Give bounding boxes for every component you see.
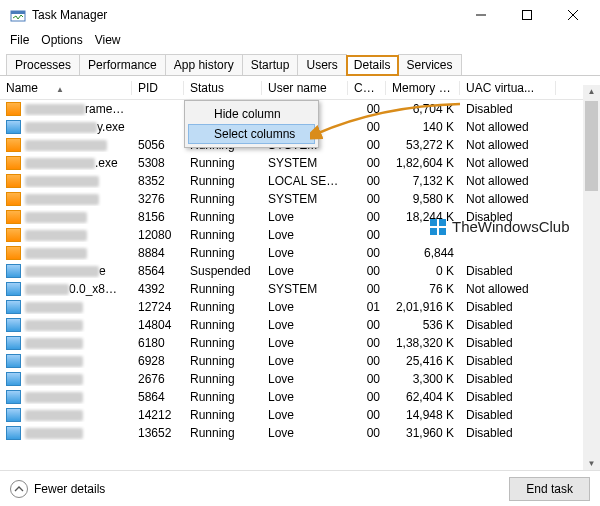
cell-memory: 3,300 K: [386, 372, 460, 386]
table-row[interactable]: 0.0_x8…4392RunningSYSTEM0076 KNot allowe…: [0, 280, 600, 298]
cell-status: Running: [184, 372, 262, 386]
cell-cpu: 00: [348, 372, 386, 386]
process-icon: [6, 138, 21, 152]
cell-uac: Disabled: [460, 336, 556, 350]
vertical-scrollbar[interactable]: ▲ ▼: [583, 85, 600, 470]
table-row[interactable]: 14212RunningLove0014,948 KDisabled: [0, 406, 600, 424]
cell-user: Love: [262, 426, 348, 440]
header-pid[interactable]: PID: [132, 81, 184, 95]
cell-cpu: 00: [348, 390, 386, 404]
header-cpu[interactable]: CPU: [348, 81, 386, 95]
cell-status: Running: [184, 426, 262, 440]
process-name-redacted: [25, 410, 83, 421]
tab-details[interactable]: Details: [346, 55, 399, 76]
cell-uac: Not allowed: [460, 282, 556, 296]
tab-processes[interactable]: Processes: [6, 54, 80, 75]
cell-pid: 8156: [132, 210, 184, 224]
svg-rect-7: [439, 219, 446, 226]
cell-memory: 25,416 K: [386, 354, 460, 368]
end-task-button[interactable]: End task: [509, 477, 590, 501]
process-icon: [6, 408, 21, 422]
annotation-arrow: [310, 96, 470, 146]
cell-cpu: 00: [348, 282, 386, 296]
table-row[interactable]: 3276RunningSYSTEM009,580 KNot allowed: [0, 190, 600, 208]
process-icon: [6, 336, 21, 350]
process-name-redacted: [25, 356, 83, 367]
table-row[interactable]: e8564SuspendedLove000 KDisabled: [0, 262, 600, 280]
task-manager-icon: [10, 7, 26, 23]
process-name-redacted: [25, 284, 69, 295]
cell-pid: 8884: [132, 246, 184, 260]
watermark-logo-icon: [430, 219, 446, 235]
tab-services[interactable]: Services: [398, 54, 462, 75]
svg-rect-9: [439, 228, 446, 235]
table-row[interactable]: 6180RunningLove001,38,320 KDisabled: [0, 334, 600, 352]
maximize-button[interactable]: [504, 0, 550, 30]
minimize-button[interactable]: [458, 0, 504, 30]
cell-memory: 9,580 K: [386, 192, 460, 206]
tab-performance[interactable]: Performance: [79, 54, 166, 75]
cell-status: Running: [184, 210, 262, 224]
header-user[interactable]: User name: [262, 81, 348, 95]
close-button[interactable]: [550, 0, 596, 30]
cell-status: Running: [184, 156, 262, 170]
cell-cpu: 00: [348, 156, 386, 170]
cell-uac: Not allowed: [460, 120, 556, 134]
cell-cpu: 00: [348, 336, 386, 350]
window-title: Task Manager: [32, 8, 107, 22]
table-row[interactable]: 5864RunningLove0062,404 KDisabled: [0, 388, 600, 406]
context-hide-column[interactable]: Hide column: [188, 104, 315, 124]
cell-user: SYSTEM: [262, 156, 348, 170]
header-name[interactable]: Name▲: [0, 81, 132, 95]
process-list[interactable]: rame…006,704 KDisabledy.exe00140 KNot al…: [0, 100, 600, 442]
cell-user: Love: [262, 408, 348, 422]
table-row[interactable]: 8884RunningLove006,844: [0, 244, 600, 262]
table-row[interactable]: 12724RunningLove012,01,916 KDisabled: [0, 298, 600, 316]
context-select-columns[interactable]: Select columns: [188, 124, 315, 144]
cell-user: Love: [262, 336, 348, 350]
tab-startup[interactable]: Startup: [242, 54, 299, 75]
cell-pid: 12080: [132, 228, 184, 242]
cell-uac: Disabled: [460, 264, 556, 278]
table-row[interactable]: 14804RunningLove00536 KDisabled: [0, 316, 600, 334]
cell-uac: Disabled: [460, 408, 556, 422]
header-memory[interactable]: Memory (a...: [386, 81, 460, 95]
scroll-up-icon[interactable]: ▲: [583, 87, 600, 96]
cell-uac: Disabled: [460, 300, 556, 314]
cell-pid: 14804: [132, 318, 184, 332]
cell-pid: 8564: [132, 264, 184, 278]
fewer-details-toggle[interactable]: Fewer details: [10, 480, 105, 498]
process-icon: [6, 264, 21, 278]
cell-memory: 7,132 K: [386, 174, 460, 188]
tab-app-history[interactable]: App history: [165, 54, 243, 75]
chevron-up-icon: [10, 480, 28, 498]
cell-status: Running: [184, 318, 262, 332]
header-status[interactable]: Status: [184, 81, 262, 95]
cell-cpu: 00: [348, 408, 386, 422]
process-name-redacted: [25, 374, 83, 385]
tab-users[interactable]: Users: [297, 54, 346, 75]
cell-user: Love: [262, 264, 348, 278]
cell-uac: Disabled: [460, 390, 556, 404]
menu-view[interactable]: View: [95, 33, 121, 47]
process-name-redacted: [25, 338, 83, 349]
cell-pid: 8352: [132, 174, 184, 188]
table-row[interactable]: 6928RunningLove0025,416 KDisabled: [0, 352, 600, 370]
cell-user: Love: [262, 300, 348, 314]
header-uac[interactable]: UAC virtua...: [460, 81, 556, 95]
menu-file[interactable]: File: [10, 33, 29, 47]
cell-pid: 6180: [132, 336, 184, 350]
cell-pid: 3276: [132, 192, 184, 206]
table-row[interactable]: 2676RunningLove003,300 KDisabled: [0, 370, 600, 388]
cell-user: Love: [262, 372, 348, 386]
table-row[interactable]: .exe5308RunningSYSTEM001,82,604 KNot all…: [0, 154, 600, 172]
process-icon: [6, 282, 21, 296]
scroll-down-icon[interactable]: ▼: [583, 459, 600, 468]
menu-options[interactable]: Options: [41, 33, 82, 47]
process-name-suffix: rame…: [85, 102, 124, 116]
table-row[interactable]: 8352RunningLOCAL SE…007,132 KNot allowed: [0, 172, 600, 190]
svg-rect-3: [523, 11, 532, 20]
process-icon: [6, 300, 21, 314]
scroll-thumb[interactable]: [585, 101, 598, 191]
table-row[interactable]: 13652RunningLove0031,960 KDisabled: [0, 424, 600, 442]
